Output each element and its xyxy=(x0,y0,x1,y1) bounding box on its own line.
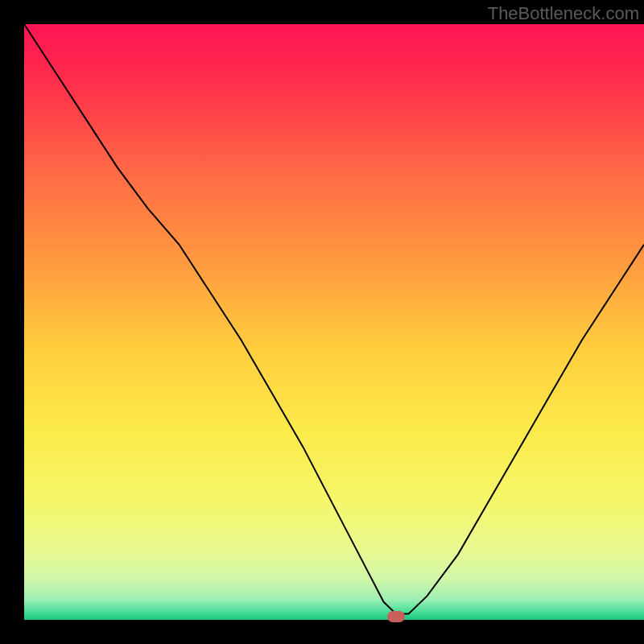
optimal-marker xyxy=(387,611,405,622)
plot-area xyxy=(24,24,644,620)
bottleneck-curve xyxy=(24,24,644,620)
watermark-text: TheBottleneck.com xyxy=(488,3,639,24)
